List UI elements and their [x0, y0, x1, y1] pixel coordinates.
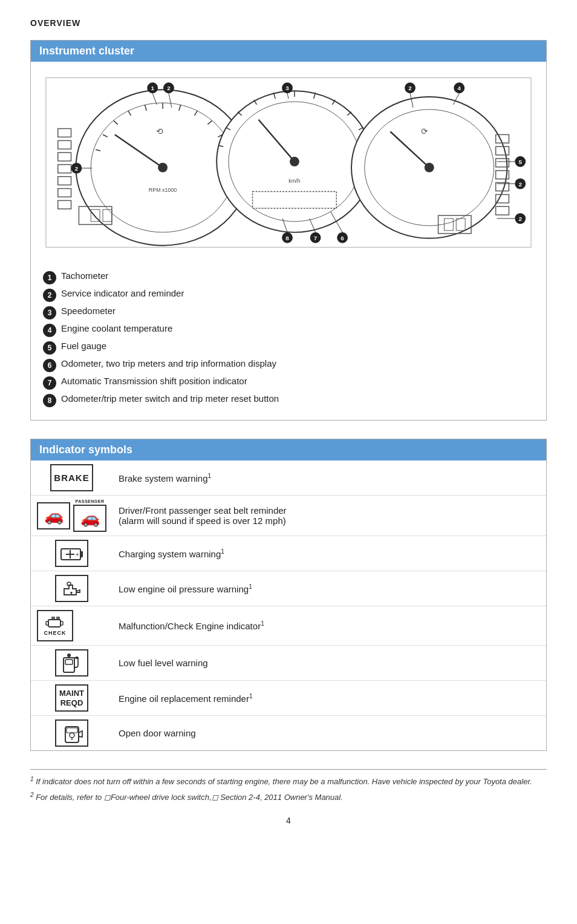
indicator-row-brake: BRAKE Brake system warning1: [31, 460, 546, 496]
svg-rect-43: [253, 192, 337, 209]
legend-num-3: 3: [43, 306, 56, 319]
legend-label-5: Fuel gauge: [61, 341, 106, 351]
svg-rect-114: [67, 728, 77, 733]
symbol-cell-seatbelt: 🚗 PASSENGER 🚗: [31, 496, 112, 536]
legend-num-8: 8: [43, 394, 56, 407]
legend-item-8: 8 Odometer/trip meter switch and trip me…: [43, 393, 534, 407]
svg-point-41: [290, 157, 299, 166]
brake-symbol-box: BRAKE: [50, 464, 93, 491]
svg-text:2: 2: [518, 215, 522, 222]
passenger-label: PASSENGER: [76, 499, 105, 503]
legend-item-2: 2 Service indicator and reminder: [43, 288, 534, 302]
svg-rect-97: [80, 551, 83, 557]
desc-cell-check-engine: Malfunction/Check Engine indicator1: [112, 606, 546, 646]
legend-label-8: Odometer/trip meter switch and trip mete…: [61, 393, 279, 404]
legend-num-5: 5: [43, 341, 56, 355]
svg-text:6: 6: [341, 235, 344, 241]
svg-text:8: 8: [285, 235, 289, 241]
svg-text:2: 2: [408, 85, 412, 91]
indicator-row-oil: Low engine oil pressure warning1: [31, 571, 546, 606]
indicator-row-door: Open door warning: [31, 716, 546, 751]
svg-text:3: 3: [285, 85, 289, 91]
desc-cell-brake: Brake system warning1: [112, 460, 546, 496]
legend-item-6: 6 Odometer, two trip meters and trip inf…: [43, 358, 534, 372]
passenger-seatbelt-box: 🚗: [73, 505, 106, 532]
legend-num-2: 2: [43, 289, 56, 302]
cluster-svg: RPM x1000: [43, 74, 534, 252]
svg-text:4: 4: [457, 85, 461, 91]
door-symbol-box: [55, 719, 88, 747]
svg-rect-103: [46, 621, 48, 625]
svg-point-47: [425, 163, 434, 172]
indicator-row-fuel: Low fuel level warning: [31, 646, 546, 681]
seatbelt-pair: 🚗 PASSENGER 🚗: [37, 499, 106, 532]
desc-cell-fuel: Low fuel level warning: [112, 646, 546, 681]
svg-text:RPM x1000: RPM x1000: [149, 187, 177, 193]
symbol-cell-check-engine: CHECK: [31, 606, 112, 646]
svg-rect-113: [65, 727, 79, 742]
symbol-cell-brake: BRAKE: [31, 460, 112, 496]
legend-item-4: 4 Engine coolant temperature: [43, 323, 534, 337]
check-engine-symbol-box: CHECK: [37, 610, 73, 641]
legend-label-3: Speedometer: [61, 306, 116, 316]
svg-text:2: 2: [75, 165, 79, 172]
legend-label-6: Odometer, two trip meters and trip infor…: [61, 358, 276, 369]
driver-seatbelt-box: 🚗: [37, 502, 70, 529]
legend-item-7: 7 Automatic Transmission shift position …: [43, 376, 534, 390]
svg-rect-111: [76, 657, 78, 659]
symbol-cell-door: [31, 716, 112, 751]
indicator-row-charging: + Charging system warning1: [31, 536, 546, 571]
footnote-1: 1 If indicator does not turn off within …: [30, 775, 547, 788]
symbol-cell-oil: [31, 571, 112, 606]
legend-label-2: Service indicator and reminder: [61, 288, 184, 298]
desc-cell-oil: Low engine oil pressure warning1: [112, 571, 546, 606]
legend-label-7: Automatic Transmission shift position in…: [61, 376, 247, 386]
indicator-symbols-heading: Indicator symbols: [39, 444, 538, 456]
svg-point-15: [158, 163, 168, 172]
maint-line1: MAINT: [59, 689, 84, 698]
page-title: OVERVIEW: [30, 18, 547, 28]
charging-symbol-box: +: [55, 540, 88, 567]
desc-cell-seatbelt: Driver/Front passenger seat belt reminde…: [112, 496, 546, 536]
legend-num-1: 1: [43, 271, 56, 284]
legend-num-6: 6: [43, 359, 56, 372]
footnote-2: 2 For details, refer to ◻Four-wheel driv…: [30, 790, 547, 804]
desc-cell-door: Open door warning: [112, 716, 546, 751]
page-number: 4: [30, 816, 547, 825]
svg-point-116: [70, 733, 74, 738]
instrument-cluster-heading: Instrument cluster: [39, 45, 538, 57]
cluster-legend-list: 1 Tachometer 2 Service indicator and rem…: [31, 264, 546, 420]
cluster-diagram: RPM x1000: [31, 62, 546, 264]
symbol-cell-maint: MAINT REQD: [31, 681, 112, 716]
svg-text:⟳: ⟳: [421, 126, 428, 136]
legend-item-1: 1 Tachometer: [43, 270, 534, 284]
legend-num-7: 7: [43, 376, 56, 390]
indicator-row-check-engine: CHECK Malfunction/Check Engine indicator…: [31, 606, 546, 646]
legend-label-4: Engine coolant temperature: [61, 323, 172, 333]
oil-symbol-box: [55, 575, 88, 602]
maint-line2: REQD: [60, 698, 83, 708]
indicator-symbols-header: Indicator symbols: [31, 439, 546, 460]
svg-text:⟲: ⟲: [156, 126, 163, 136]
svg-rect-104: [60, 621, 63, 625]
instrument-cluster-section: Instrument cluster: [30, 40, 547, 421]
legend-num-4: 4: [43, 324, 56, 337]
indicator-row-seatbelt: 🚗 PASSENGER 🚗 Driver/Front passenger sea…: [31, 496, 546, 536]
indicator-symbols-table: BRAKE Brake system warning1 🚗 PASSENGER …: [31, 460, 546, 750]
svg-rect-102: [48, 620, 60, 627]
fuel-symbol-box: [55, 649, 88, 677]
indicator-symbols-section: Indicator symbols BRAKE Brake system war…: [30, 439, 547, 751]
desc-cell-maint: Engine oil replacement reminder1: [112, 681, 546, 716]
svg-text:5: 5: [518, 159, 522, 165]
symbol-cell-charging: +: [31, 536, 112, 571]
legend-label-1: Tachometer: [61, 270, 108, 281]
instrument-cluster-header: Instrument cluster: [31, 41, 546, 62]
symbol-cell-fuel: [31, 646, 112, 681]
svg-rect-110: [65, 660, 73, 664]
svg-text:+: +: [76, 551, 79, 558]
svg-text:1: 1: [151, 85, 154, 91]
svg-text:7: 7: [314, 235, 318, 241]
svg-point-112: [67, 654, 71, 657]
legend-item-5: 5 Fuel gauge: [43, 341, 534, 355]
svg-text:km/h: km/h: [288, 178, 300, 184]
